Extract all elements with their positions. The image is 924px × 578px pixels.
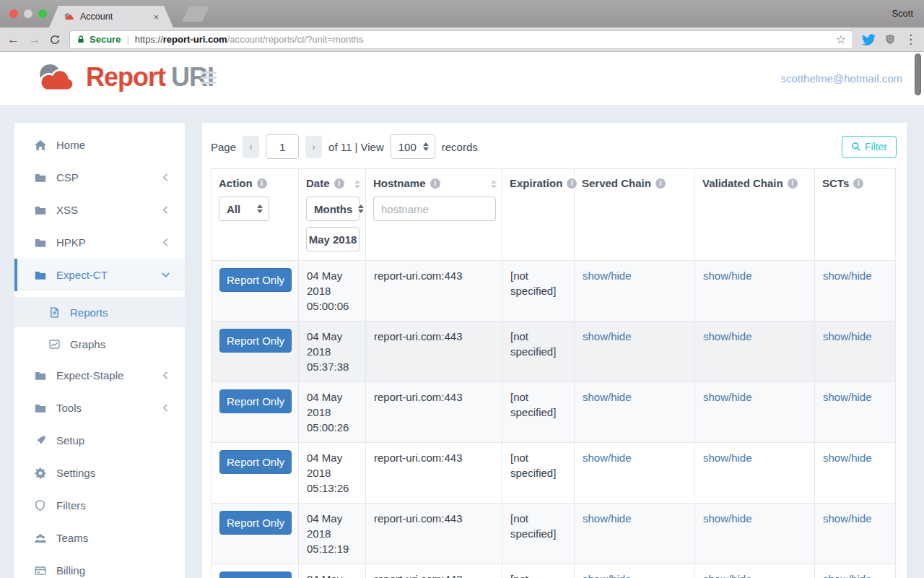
show-hide-link[interactable]: show/hide (703, 573, 752, 578)
show-hide-link[interactable]: show/hide (823, 330, 872, 342)
action-badge: Report Only (219, 571, 292, 578)
zoom-window-button[interactable] (38, 9, 47, 18)
shield-extension-icon[interactable] (884, 33, 896, 46)
sidebar-item-reports[interactable]: Reports (14, 297, 185, 327)
column-header-validated-chain: Validated Chaini (695, 169, 815, 261)
show-hide-link[interactable]: show/hide (703, 330, 752, 342)
show-hide-link[interactable]: show/hide (823, 512, 872, 525)
page-label: Page (211, 141, 236, 153)
sidebar-item-tools[interactable]: Tools (14, 392, 185, 424)
bookmark-star-icon[interactable]: ☆ (836, 33, 846, 46)
tab-close-icon[interactable]: × (153, 12, 159, 22)
sidebar-item-settings[interactable]: Settings (14, 457, 185, 489)
back-icon[interactable]: ← (7, 33, 19, 46)
twitter-extension-icon[interactable] (862, 34, 876, 46)
search-icon (851, 142, 861, 152)
cell-action: Report Only (212, 382, 299, 443)
security-label[interactable]: Secure (90, 34, 121, 45)
new-tab-button[interactable] (182, 7, 209, 22)
show-hide-link[interactable]: show/hide (823, 391, 872, 403)
show-hide-link[interactable]: show/hide (823, 269, 872, 282)
cell-expiration: [not specified] (502, 322, 575, 382)
info-icon[interactable]: i (853, 178, 863, 189)
select-stepper-icon (358, 204, 364, 213)
show-hide-link[interactable]: show/hide (583, 573, 632, 578)
window-controls (9, 9, 47, 18)
cell-hostname: report-uri.com:443 (366, 564, 502, 578)
sidebar-item-label: Expect-Staple (56, 369, 123, 381)
sidebar-item-hpkp[interactable]: HPKP (14, 226, 185, 259)
browser-tab[interactable]: Account × (49, 6, 173, 27)
reload-icon[interactable] (49, 34, 61, 46)
show-hide-link[interactable]: show/hide (583, 330, 632, 342)
hamburger-menu-icon[interactable] (201, 72, 217, 84)
chevron-left-icon (161, 238, 170, 247)
sidebar-item-label: Expect-CT (56, 269, 108, 281)
column-header-hostname[interactable]: Hostnamei (366, 169, 502, 261)
report-uri-logo[interactable]: Report URI (35, 61, 214, 93)
sidebar-item-label: Tools (56, 402, 82, 414)
show-hide-link[interactable]: show/hide (703, 452, 752, 464)
table-row: Report Only 04 May 201805:00:06 report-u… (212, 261, 896, 322)
sidebar-item-home[interactable]: Home (14, 129, 185, 161)
date-period-picker[interactable]: May 2018 (306, 227, 359, 251)
action-badge: Report Only (219, 329, 292, 353)
show-hide-link[interactable]: show/hide (703, 512, 752, 525)
info-icon[interactable]: i (257, 178, 267, 189)
prev-page-button[interactable]: ‹ (243, 136, 259, 158)
show-hide-link[interactable]: show/hide (703, 391, 752, 403)
cell-scts: show/hide (815, 564, 896, 578)
info-icon[interactable]: i (334, 178, 344, 189)
sort-icon[interactable] (354, 180, 360, 189)
table-row: Report Only 04 May 201805:12:19 report-u… (212, 504, 896, 564)
cell-validated-chain: show/hide (695, 504, 815, 564)
show-hide-link[interactable]: show/hide (703, 269, 752, 282)
page-number-input[interactable] (266, 134, 299, 159)
url-text[interactable]: https://report-uri.com/account/reports/c… (135, 34, 832, 45)
folder-icon (34, 204, 47, 217)
minimize-window-button[interactable] (24, 9, 32, 18)
column-header-date[interactable]: Datei Months May 2018 (299, 169, 366, 261)
date-unit-select[interactable]: Months (306, 197, 359, 221)
sidebar-item-setup[interactable]: Setup (14, 424, 185, 457)
cell-expiration: [not specified] (502, 504, 575, 564)
page-scrollbar-thumb[interactable] (915, 53, 921, 95)
sidebar-item-billing[interactable]: Billing (14, 554, 185, 578)
action-badge: Report Only (219, 450, 292, 474)
sidebar-item-expect-ct[interactable]: Expect-CT (14, 259, 185, 291)
show-hide-link[interactable]: show/hide (583, 269, 632, 282)
show-hide-link[interactable]: show/hide (583, 452, 632, 464)
cell-date: 04 May 201805:00:06 (299, 261, 366, 322)
sidebar-item-csp[interactable]: CSP (14, 161, 185, 194)
sidebar-item-expect-staple[interactable]: Expect-Staple (14, 359, 185, 392)
forward-icon[interactable]: → (28, 33, 40, 46)
filter-button[interactable]: Filter (842, 136, 897, 158)
info-icon[interactable]: i (788, 178, 798, 189)
show-hide-link[interactable]: show/hide (823, 452, 872, 464)
address-bar[interactable]: Secure | https://report-uri.com/account/… (69, 30, 853, 49)
account-email-link[interactable]: scotthelme@hotmail.com (780, 72, 902, 85)
cell-date: 04 May 201805:37:38 (299, 322, 366, 382)
sidebar-item-filters[interactable]: Filters (14, 489, 185, 522)
folder-icon (34, 269, 47, 282)
sidebar-item-teams[interactable]: Teams (14, 522, 185, 554)
sidebar-item-label: HPKP (56, 236, 86, 249)
sidebar-item-xss[interactable]: XSS (14, 194, 185, 226)
sidebar-item-graphs[interactable]: Graphs (14, 329, 185, 359)
hostname-filter-input[interactable] (373, 197, 496, 221)
close-window-button[interactable] (9, 9, 18, 18)
records-per-page-select[interactable]: 100 (391, 134, 435, 159)
records-label: records (442, 141, 478, 153)
users-icon (34, 532, 47, 545)
next-page-button[interactable]: › (305, 136, 322, 158)
show-hide-link[interactable]: show/hide (583, 512, 632, 525)
folder-icon (34, 402, 47, 415)
info-icon[interactable]: i (655, 178, 666, 189)
column-header-expiration: Expirationi (502, 169, 575, 261)
show-hide-link[interactable]: show/hide (583, 391, 632, 403)
browser-menu-icon[interactable]: ⋮ (905, 32, 917, 47)
info-icon[interactable]: i (430, 178, 440, 189)
action-filter-select[interactable]: All (219, 197, 269, 221)
sort-icon[interactable] (491, 180, 497, 189)
show-hide-link[interactable]: show/hide (823, 573, 872, 578)
